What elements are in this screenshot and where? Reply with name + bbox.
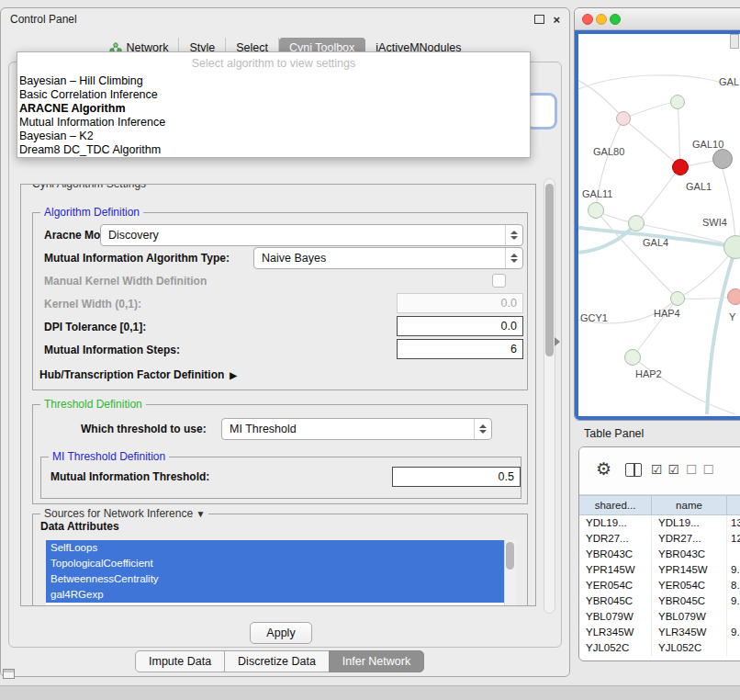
attribute-list-item[interactable]: gal4RGexp xyxy=(46,587,504,603)
table-row[interactable]: YBR045C YBR045C 9. xyxy=(579,593,740,609)
columns-icon[interactable] xyxy=(625,463,642,477)
network-node-label: Y xyxy=(729,311,735,322)
network-node[interactable] xyxy=(670,291,685,306)
network-node-label: HAP2 xyxy=(635,368,662,379)
network-node[interactable] xyxy=(588,202,604,219)
column-header-name[interactable]: name xyxy=(652,496,727,514)
threshold-definition-group: Threshold Definition Which threshold to … xyxy=(32,404,528,504)
field-value: 0.0 xyxy=(501,297,517,310)
network-node[interactable] xyxy=(672,159,689,175)
field-value: 6 xyxy=(510,343,517,356)
panel-dock-icon[interactable] xyxy=(3,669,15,679)
expander-label: Hub/Transcription Factor Definition xyxy=(39,368,224,381)
manual-kernel-width-label: Manual Kernel Width Definition xyxy=(44,275,207,288)
network-node-label: SWI4 xyxy=(702,217,727,228)
algorithm-option[interactable]: Mutual Information Inference xyxy=(17,116,530,130)
combo-arrows-icon xyxy=(505,225,522,245)
network-scrollbar-fragment[interactable] xyxy=(730,34,739,49)
mi-threshold-definition-group: MI Threshold Definition Mutual Informati… xyxy=(40,457,521,499)
network-node-label: GAL xyxy=(719,76,739,87)
group-title: Algorithm Definition xyxy=(40,206,143,219)
table-row[interactable]: YDR27... YDR27... 12 xyxy=(579,531,740,547)
selected-value: Naive Bayes xyxy=(262,252,326,265)
mi-steps-input[interactable]: 6 xyxy=(397,339,523,359)
network-node[interactable] xyxy=(727,288,740,305)
table-row[interactable]: YJL052C YJL052C xyxy=(579,640,740,656)
settings-scrollbar-thumb[interactable] xyxy=(545,184,554,356)
network-node[interactable] xyxy=(670,95,685,109)
table-row[interactable]: YBL079W YBL079W xyxy=(579,609,740,625)
dpi-tolerance-input[interactable]: 0.0 xyxy=(397,316,523,336)
mi-algorithm-type-select[interactable]: Naive Bayes xyxy=(253,247,523,269)
selected-value: MI Threshold xyxy=(230,423,297,435)
select-all-checkboxes-icon[interactable]: ☑ ☑ xyxy=(651,462,680,477)
splitter-collapse-icon[interactable] xyxy=(555,337,560,346)
gear-icon[interactable]: ⚙ xyxy=(596,460,611,478)
aracne-mode-select[interactable]: Discovery xyxy=(100,224,523,246)
group-title: MI Threshold Definition xyxy=(49,450,169,463)
selected-value: Discovery xyxy=(108,229,159,242)
network-node[interactable] xyxy=(712,149,733,169)
algorithm-option[interactable]: Bayesian – Hill Climbing xyxy=(17,74,530,88)
float-window-icon[interactable] xyxy=(534,15,544,24)
algorithm-option[interactable]: Basic Correlation Inference xyxy=(17,88,530,102)
algorithm-option[interactable]: Bayesian – K2 xyxy=(17,130,530,143)
apply-button[interactable]: Apply xyxy=(250,622,312,644)
tab-impute-data[interactable]: Impute Data xyxy=(135,650,225,672)
attribute-list-item[interactable]: TopologicalCoefficient xyxy=(46,556,504,571)
data-attributes-label: Data Attributes xyxy=(40,520,119,533)
window-title: Control Panel xyxy=(10,13,77,26)
table-row[interactable]: YBR043C YBR043C xyxy=(579,547,740,562)
algorithm-placeholder: Select algorithm to view settings xyxy=(17,52,530,74)
attribute-list-item[interactable]: BetweennessCentrality xyxy=(46,571,504,587)
network-canvas[interactable]: GAL80GAL10GAL1GAL11GAL4SWI4GCY1HAP4HAP2G… xyxy=(575,30,740,420)
column-header-partial[interactable] xyxy=(727,496,740,514)
hub-transcription-factor-expander[interactable]: Hub/Transcription Factor Definition▶ xyxy=(39,368,237,381)
table-panel-window: ⚙ ☑ ☑ ☐ ☐ shared... name YDL19... YDL19.… xyxy=(578,446,740,661)
network-window-titlebar xyxy=(575,8,740,30)
algorithm-option[interactable]: Dream8 DC_TDC Algorithm xyxy=(17,143,530,157)
close-icon[interactable]: × xyxy=(553,14,560,26)
deselect-all-checkboxes-icon[interactable]: ☐ ☐ xyxy=(686,462,715,477)
table-toolbar: ⚙ ☑ ☑ ☐ ☐ xyxy=(579,447,740,495)
kernel-width-input[interactable]: 0.0 xyxy=(397,293,523,313)
column-header-shared-name[interactable]: shared... xyxy=(579,496,652,514)
tab-discretize-data[interactable]: Discretize Data xyxy=(224,650,330,672)
minimize-traffic-light-icon[interactable] xyxy=(596,14,607,25)
table-row[interactable]: YPR145W YPR145W 9. xyxy=(579,562,740,578)
algorithm-dropdown-popup: Select algorithm to view settings Bayesi… xyxy=(17,51,531,158)
which-threshold-label: Which threshold to use: xyxy=(81,423,207,435)
manual-kernel-width-checkbox[interactable] xyxy=(492,274,506,288)
sources-group: Sources for Network Inference ▼ Data Att… xyxy=(32,514,528,606)
network-node-label: GAL4 xyxy=(643,237,668,248)
algorithm-definition-group: Algorithm Definition Aracne Mode: Discov… xyxy=(32,212,528,390)
network-node[interactable] xyxy=(616,111,631,126)
network-node[interactable] xyxy=(624,349,641,366)
mi-threshold-input[interactable]: 0.5 xyxy=(392,467,521,487)
table-row[interactable]: YDL19... YDL19... 13 xyxy=(579,515,740,531)
network-view-window: GAL80GAL10GAL1GAL11GAL4SWI4GCY1HAP4HAP2G… xyxy=(574,7,740,421)
group-title: Threshold Definition xyxy=(40,398,146,411)
close-traffic-light-icon[interactable] xyxy=(582,14,593,25)
data-attributes-list: SelfLoops TopologicalCoefficient Between… xyxy=(46,540,516,606)
table-row[interactable]: YER054C YER054C 8. xyxy=(579,578,740,593)
network-node-label: GAL1 xyxy=(686,181,712,192)
tab-infer-network[interactable]: Infer Network xyxy=(329,650,424,672)
zoom-traffic-light-icon[interactable] xyxy=(610,14,621,25)
algorithm-option-selected[interactable]: ARACNE Algorithm xyxy=(17,102,530,116)
table-row[interactable]: YLR345W YLR345W 9. xyxy=(579,625,740,640)
network-node[interactable] xyxy=(628,215,645,231)
cyni-algorithm-settings-group: Cyni Algorithm Settings Algorithm Defini… xyxy=(20,184,536,606)
attribute-list-scrollbar-thumb[interactable] xyxy=(506,542,514,570)
sources-expander[interactable]: Sources for Network Inference ▼ xyxy=(40,507,208,520)
table-header: shared... name xyxy=(579,495,740,515)
attribute-list-item[interactable]: SelfLoops xyxy=(46,540,504,556)
dpi-tolerance-label: DPI Tolerance [0,1]: xyxy=(44,321,146,333)
algorithm-combo-fragment[interactable] xyxy=(527,96,555,127)
settings-scrollbar[interactable] xyxy=(544,178,555,614)
network-node-label: GAL10 xyxy=(692,139,723,150)
cyni-mode-tabs: Impute Data Discretize Data Infer Networ… xyxy=(135,650,424,671)
attribute-list-scrollbar[interactable] xyxy=(504,540,516,606)
field-value: 0.5 xyxy=(499,470,514,483)
which-threshold-select[interactable]: MI Threshold xyxy=(221,418,492,440)
